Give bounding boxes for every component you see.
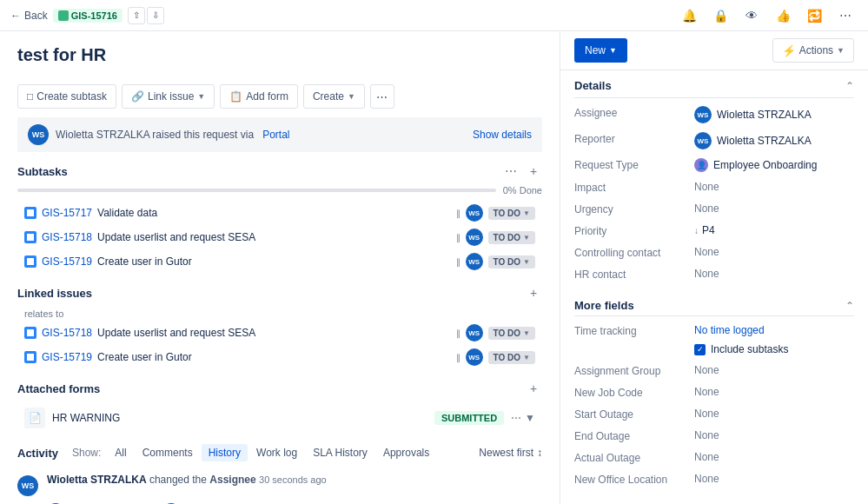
linked-issue-avatar-1: WS <box>466 324 483 342</box>
details-collapse-button[interactable]: ⌃ <box>845 80 854 92</box>
activity-item-1: WS Wioletta STRZALKA changed the Assigne… <box>17 468 542 501</box>
topbar-right: 🔔 🔒 👁 👍 🔁 ⋯ <box>677 3 858 28</box>
notice-portal-link[interactable]: Portal <box>262 129 289 141</box>
activity-tab-comments[interactable]: Comments <box>136 444 200 461</box>
subtask-key-3: GIS-15719 <box>42 255 92 268</box>
more-fields-collapse-button[interactable]: ⌃ <box>845 300 854 312</box>
field-reporter: Reporter WS Wioletta STRZALKA <box>574 128 854 154</box>
subtask-summary-2: Update userlist and request SESA <box>97 231 451 243</box>
subtask-collapse-2[interactable]: ∥ <box>456 233 461 242</box>
field-value-time-tracking: No time logged Include subtasks <box>694 324 854 355</box>
back-button[interactable]: ← Back <box>10 10 48 22</box>
time-tracking-link[interactable]: No time logged <box>694 324 765 336</box>
form-icon-1: 📄 <box>24 408 45 428</box>
subtask-status-3[interactable]: TO DO ▼ <box>488 255 535 269</box>
field-label-actual-outage: Actual Outage <box>574 451 687 464</box>
linked-issue-avatar-2: WS <box>466 348 483 366</box>
form-more-button-1[interactable]: ⋯ <box>511 412 521 424</box>
add-form-button[interactable]: 📋 Add form <box>220 84 298 109</box>
field-value-hr-contact: None <box>694 268 854 280</box>
subtasks-more-button[interactable]: ⋯ <box>502 162 520 180</box>
field-value-priority: ↓ P4 <box>694 224 854 236</box>
details-section: Details ⌃ Assignee WS Wioletta STRZALKA … <box>560 70 868 490</box>
subtask-collapse-1[interactable]: ∥ <box>456 209 461 218</box>
subtasks-add-button[interactable]: + <box>525 162 542 180</box>
new-button[interactable]: New ▼ <box>574 38 627 63</box>
field-label-urgency: Urgency <box>574 202 687 216</box>
prev-issue-button[interactable]: ⇧ <box>128 7 145 24</box>
svg-rect-2 <box>27 258 34 265</box>
linked-issue-key-1: GIS-15718 <box>42 327 92 339</box>
more-options-button[interactable]: ⋯ <box>370 84 394 109</box>
subtask-type-icon-1 <box>24 207 36 219</box>
activity-tab-sla[interactable]: SLA History <box>306 444 374 461</box>
field-impact: Impact None <box>574 176 854 198</box>
share-icon[interactable]: 🔁 <box>802 3 826 28</box>
form-icon: 📋 <box>229 90 242 103</box>
link-dropdown-arrow: ▼ <box>197 92 205 101</box>
subtask-item-3[interactable]: GIS-15719 Create user in Gutor ∥ WS TO D… <box>17 249 542 274</box>
activity-tab-all[interactable]: All <box>108 444 133 461</box>
create-subtask-button[interactable]: □ Create subtask <box>17 84 116 109</box>
activity-tab-history[interactable]: History <box>202 444 248 461</box>
activity-tab-worklog[interactable]: Work log <box>249 444 304 461</box>
more-icon[interactable]: ⋯ <box>833 3 858 28</box>
include-subtasks-checkbox[interactable] <box>694 344 706 355</box>
linked-issue-collapse-1[interactable]: ∥ <box>456 328 461 338</box>
subtask-summary-3: Create user in Gutor <box>97 255 451 268</box>
topbar: ← Back GIS-15716 ⇧ ⇩ 🔔 🔒 👁 👍 🔁 ⋯ <box>0 0 868 31</box>
page-header: test for HR <box>0 31 560 81</box>
activity-title: Activity <box>17 447 58 460</box>
lock-icon[interactable]: 🔒 <box>708 3 732 28</box>
linked-issue-summary-2: Create user in Gutor <box>97 351 451 363</box>
linked-issue-row-right-2: ∥ WS TO DO ▼ <box>456 348 535 366</box>
field-time-tracking: Time tracking No time logged Include sub… <box>574 320 854 360</box>
field-value-end-outage: None <box>694 429 854 441</box>
subtasks-section: Subtasks ⋯ + 0% Done GIS-15717 Validate … <box>0 162 560 284</box>
field-value-impact: None <box>694 181 854 193</box>
linked-issue-collapse-2[interactable]: ∥ <box>456 353 461 362</box>
back-arrow-icon: ← <box>10 10 21 22</box>
linked-issue-status-1[interactable]: TO DO ▼ <box>488 327 535 340</box>
more-fields-header: More fields ⌃ <box>574 292 854 316</box>
show-details-button[interactable]: Show details <box>473 129 532 141</box>
subtask-collapse-3[interactable]: ∥ <box>456 257 461 267</box>
form-item-1[interactable]: 📄 HR WARNING SUBMITTED ⋯ ▼ <box>17 402 542 434</box>
linked-issue-summary-1: Update userlist and request SESA <box>97 327 451 339</box>
subtask-item-2[interactable]: GIS-15718 Update userlist and request SE… <box>17 225 542 249</box>
subtask-type-icon-3 <box>24 255 36 268</box>
next-issue-button[interactable]: ⇩ <box>147 7 164 24</box>
linked-issues-add-button[interactable]: + <box>525 284 542 302</box>
svg-rect-4 <box>27 354 34 361</box>
attached-forms-add-button[interactable]: + <box>525 380 542 397</box>
create-button[interactable]: Create ▼ <box>303 84 365 109</box>
svg-rect-0 <box>27 209 34 216</box>
activity-tab-approvals[interactable]: Approvals <box>376 444 436 461</box>
linked-issue-type-icon-1 <box>24 327 36 339</box>
field-hr-contact: HR contact None <box>574 263 854 285</box>
more-fields-title: More fields <box>574 299 634 312</box>
linked-issue-status-2[interactable]: TO DO ▼ <box>488 351 535 364</box>
linked-issues-title: Linked issues <box>17 287 92 300</box>
link-issue-button[interactable]: 🔗 Link issue ▼ <box>122 84 215 109</box>
newest-first-button[interactable]: Newest first ↕ <box>479 447 542 459</box>
link-icon: 🔗 <box>131 90 144 103</box>
field-label-hr-contact: HR contact <box>574 268 687 281</box>
issue-chip[interactable]: GIS-15716 <box>53 9 123 23</box>
actions-button[interactable]: ⚡ Actions ▼ <box>772 38 854 63</box>
subtask-status-2[interactable]: TO DO ▼ <box>488 231 535 244</box>
attached-forms-actions: + <box>525 380 542 397</box>
linked-issue-row-right-1: ∥ WS TO DO ▼ <box>456 324 535 342</box>
left-panel: test for HR □ Create subtask 🔗 Link issu… <box>0 31 560 504</box>
form-expand-button-1[interactable]: ▼ <box>525 412 535 424</box>
thumbsup-icon[interactable]: 👍 <box>771 3 795 28</box>
form-status-1: SUBMITTED <box>434 411 504 425</box>
linked-issue-item-1[interactable]: GIS-15718 Update userlist and request SE… <box>17 321 542 345</box>
priority-value: ↓ P4 <box>694 224 715 236</box>
eye-icon[interactable]: 👁 <box>739 3 764 28</box>
subtask-item-1[interactable]: GIS-15717 Validate data ∥ WS TO DO ▼ <box>17 201 542 225</box>
subtask-status-1[interactable]: TO DO ▼ <box>488 207 535 220</box>
page-title: test for HR <box>17 45 542 65</box>
bell-icon[interactable]: 🔔 <box>677 3 701 28</box>
linked-issue-item-2[interactable]: GIS-15719 Create user in Gutor ∥ WS TO D… <box>17 345 542 369</box>
